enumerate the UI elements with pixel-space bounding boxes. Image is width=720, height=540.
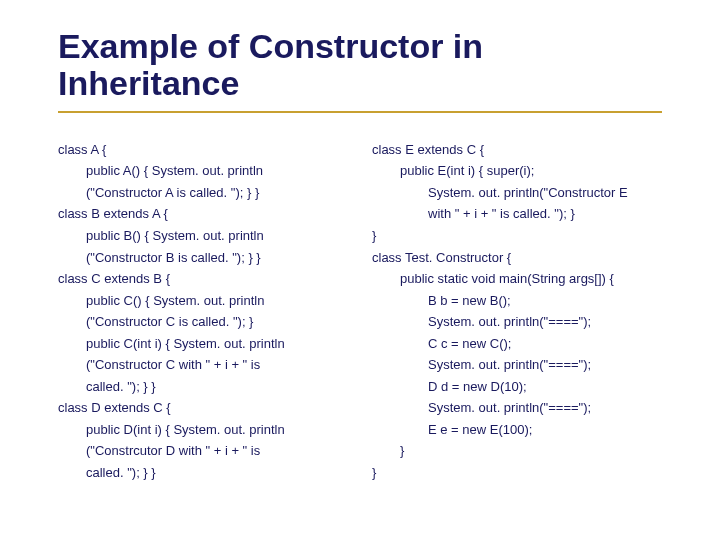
code-line: class E extends C { (372, 141, 662, 159)
code-line: ("Constrcutor D with " + i + " is (58, 442, 348, 460)
code-line: public A() { System. out. println (58, 162, 348, 180)
code-line: ("Constructor C is called. "); } (58, 313, 348, 331)
code-line: public C(int i) { System. out. println (58, 335, 348, 353)
code-line: ("Constructor A is called. "); } } (58, 184, 348, 202)
code-line: called. "); } } (58, 464, 348, 482)
code-line: class C extends B { (58, 270, 348, 288)
code-line: } (372, 227, 662, 245)
code-line: System. out. println("Constructor E (372, 184, 662, 202)
code-line: public C() { System. out. println (58, 292, 348, 310)
code-line: System. out. println("===="); (372, 399, 662, 417)
code-line: public D(int i) { System. out. println (58, 421, 348, 439)
code-line: } (372, 464, 662, 482)
code-line: class A { (58, 141, 348, 159)
code-line: ("Constructor B is called. "); } } (58, 249, 348, 267)
code-line: D d = new D(10); (372, 378, 662, 396)
code-line: called. "); } } (58, 378, 348, 396)
code-columns: class A { public A() { System. out. prin… (58, 141, 662, 486)
code-line: class Test. Constructor { (372, 249, 662, 267)
left-column: class A { public A() { System. out. prin… (58, 141, 348, 486)
code-line: public E(int i) { super(i); (372, 162, 662, 180)
code-line: C c = new C(); (372, 335, 662, 353)
code-line: class B extends A { (58, 205, 348, 223)
right-column: class E extends C { public E(int i) { su… (372, 141, 662, 486)
slide: Example of Constructor in Inheritance cl… (0, 0, 720, 506)
code-line: } (372, 442, 662, 460)
code-line: System. out. println("===="); (372, 356, 662, 374)
code-line: public static void main(String args[]) { (372, 270, 662, 288)
code-line: E e = new E(100); (372, 421, 662, 439)
code-line: class D extends C { (58, 399, 348, 417)
code-line: System. out. println("===="); (372, 313, 662, 331)
title-underline (58, 111, 662, 113)
page-title: Example of Constructor in Inheritance (58, 28, 662, 103)
code-line: public B() { System. out. println (58, 227, 348, 245)
code-line: ("Constructor C with " + i + " is (58, 356, 348, 374)
code-line: B b = new B(); (372, 292, 662, 310)
code-line: with " + i + " is called. "); } (372, 205, 662, 223)
